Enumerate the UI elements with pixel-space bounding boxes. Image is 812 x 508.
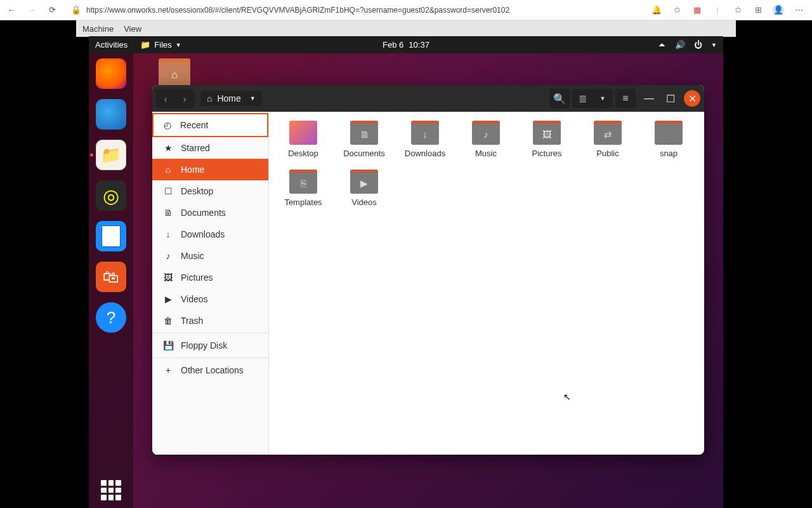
sidebar-item-pictures[interactable]: 🖼Pictures	[152, 267, 268, 288]
folder-music[interactable]: ♪Music	[458, 121, 514, 158]
network-icon[interactable]: ⏶	[658, 40, 666, 50]
power-icon[interactable]: ⏻	[694, 40, 702, 50]
home-icon: ⌂	[207, 93, 212, 104]
favorites-icon[interactable]: ✩	[732, 4, 743, 16]
files-sidebar: ◴Recent ★Starred ⌂Home ☐Desktop 🗎Documen…	[152, 112, 269, 455]
clock-area[interactable]: Feb 6 10:37	[383, 40, 429, 50]
folder-label: Public	[596, 149, 619, 158]
time-label: 10:37	[409, 40, 429, 50]
sidebar-item-music[interactable]: ♪Music	[152, 245, 268, 267]
favorite-icon[interactable]: ✩	[671, 4, 683, 16]
sidebar-item-label: Trash	[181, 316, 203, 326]
ubuntu-desktop: Activities 📁 Files ▼ Feb 6 10:37 ⏶ 🔊 ⏻ ▼…	[89, 36, 723, 508]
folder-pictures[interactable]: 🖼Pictures	[519, 121, 575, 158]
folder-label: Desktop	[288, 149, 318, 158]
close-button[interactable]: ✕	[684, 90, 700, 107]
folder-icon	[655, 121, 683, 145]
sidebar-item-label: Home	[181, 164, 204, 175]
browser-refresh-button[interactable]: ⟳	[46, 4, 58, 17]
dock-rhythmbox[interactable]: ◎	[96, 180, 126, 211]
vm-menu-machine[interactable]: Machine	[82, 24, 114, 34]
maximize-button[interactable]: ☐	[662, 90, 679, 107]
sidebar-item-desktop[interactable]: ☐Desktop	[152, 180, 268, 202]
show-applications-button[interactable]	[101, 480, 121, 500]
sidebar-item-trash[interactable]: 🗑Trash	[152, 310, 268, 331]
list-view-button[interactable]: ≣	[572, 89, 593, 108]
nav-back-button[interactable]: ‹	[156, 89, 175, 108]
home-icon: ⌂	[163, 164, 173, 175]
sidebar-item-other-locations[interactable]: +Other Locations	[152, 359, 268, 381]
vm-menu-view[interactable]: View	[124, 24, 141, 34]
activities-button[interactable]: Activities	[95, 40, 128, 50]
sidebar-item-recent[interactable]: ◴Recent	[152, 113, 268, 137]
sidebar-item-documents[interactable]: 🗎Documents	[152, 202, 268, 224]
path-label: Home	[217, 93, 240, 104]
folder-label: Templates	[284, 197, 322, 207]
dock-firefox[interactable]	[96, 58, 126, 89]
trash-icon: 🗑	[163, 316, 173, 326]
desktop-icon: ☐	[163, 186, 173, 196]
dock-help[interactable]: ?	[96, 302, 126, 333]
volume-icon[interactable]: 🔊	[675, 40, 685, 50]
folder-label: Music	[475, 149, 497, 158]
minimize-button[interactable]: —	[641, 90, 657, 107]
documents-icon: 🗎	[163, 208, 173, 218]
url-bar[interactable]: 🔒 https://www.onworks.net/osessionx08/#/…	[66, 4, 643, 16]
app-indicator[interactable]: 📁 Files ▼	[140, 40, 181, 50]
more-icon[interactable]: ⋯	[793, 4, 804, 16]
sidebar-item-downloads[interactable]: ↓Downloads	[152, 224, 268, 245]
files-content[interactable]: Desktop 🗎Documents ↓Downloads ♪Music 🖼Pi…	[269, 112, 704, 455]
folder-templates[interactable]: ⎘Templates	[275, 170, 331, 207]
sidebar-item-floppy[interactable]: 💾Floppy Disk	[152, 335, 268, 356]
folder-videos[interactable]: ▶Videos	[336, 170, 392, 207]
lock-icon: 🔒	[71, 5, 81, 15]
hamburger-menu-button[interactable]: ≡	[615, 89, 636, 108]
chevron-down-icon: ▼	[176, 42, 181, 48]
path-bar[interactable]: ⌂ Home ▼	[200, 91, 262, 106]
url-text: https://www.onworks.net/osessionx08/#/cl…	[86, 6, 638, 15]
folder-icon: ↓	[411, 121, 439, 145]
sidebar-item-label: Desktop	[181, 186, 213, 196]
dock-thunderbird[interactable]	[96, 99, 126, 130]
sidebar-item-label: Music	[181, 251, 204, 261]
sidebar-item-home[interactable]: ⌂Home	[152, 159, 268, 180]
extension-icon[interactable]: ▦	[691, 4, 703, 16]
sidebar-item-label: Downloads	[181, 229, 225, 239]
folder-public[interactable]: ⇄Public	[580, 121, 636, 158]
folder-documents[interactable]: 🗎Documents	[336, 121, 392, 158]
sidebar-item-label: Documents	[181, 208, 226, 218]
home-icon: ⌂	[171, 69, 178, 81]
folder-icon: 📁	[140, 40, 150, 50]
notification-icon[interactable]: 🔔	[651, 4, 662, 16]
files-titlebar: ‹ › ⌂ Home ▼ 🔍 ≣ ▼ ≡ — ☐ ✕	[152, 85, 704, 112]
folder-icon: 🖼	[533, 121, 561, 145]
pictures-icon: 🖼	[163, 272, 173, 283]
browser-toolbar: ← → ⟳ 🔒 https://www.onworks.net/osession…	[0, 0, 812, 20]
browser-forward-button[interactable]: →	[25, 4, 38, 17]
sidebar-item-starred[interactable]: ★Starred	[152, 137, 268, 159]
desktop-home-folder[interactable]: ⌂	[159, 58, 190, 87]
folder-snap[interactable]: snap	[641, 121, 697, 158]
app-indicator-label: Files	[154, 40, 171, 50]
sidebar-item-videos[interactable]: ▶Videos	[152, 288, 268, 310]
folder-icon: ♪	[472, 121, 500, 145]
clock-icon: ◴	[162, 120, 173, 130]
sidebar-item-label: Videos	[181, 294, 208, 304]
dock-software[interactable]: 🛍	[96, 262, 126, 292]
sidebar-item-label: Recent	[180, 120, 208, 130]
gnome-top-panel: Activities 📁 Files ▼ Feb 6 10:37 ⏶ 🔊 ⏻ ▼	[89, 36, 723, 53]
files-window: ‹ › ⌂ Home ▼ 🔍 ≣ ▼ ≡ — ☐ ✕ ◴Recent ★Star…	[152, 85, 704, 455]
search-button[interactable]: 🔍	[549, 89, 570, 108]
view-options-button[interactable]: ▼	[593, 89, 613, 108]
separator: |	[712, 4, 723, 16]
profile-icon[interactable]: 👤	[773, 4, 784, 16]
dock-files[interactable]: 📁	[96, 140, 126, 170]
browser-back-button[interactable]: ←	[5, 4, 18, 17]
folder-desktop[interactable]: Desktop	[275, 121, 331, 158]
date-label: Feb 6	[383, 40, 403, 50]
folder-downloads[interactable]: ↓Downloads	[397, 121, 453, 158]
chevron-down-icon[interactable]: ▼	[711, 42, 717, 48]
collections-icon[interactable]: ⊞	[752, 4, 764, 16]
nav-forward-button[interactable]: ›	[175, 89, 194, 108]
dock-writer[interactable]	[96, 221, 126, 251]
